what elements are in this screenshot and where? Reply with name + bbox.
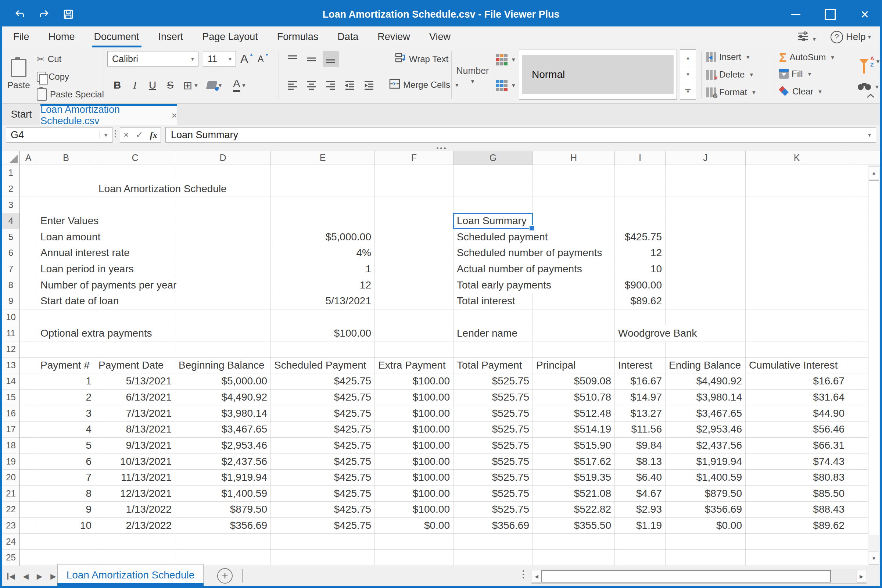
- cell-J25[interactable]: [666, 550, 746, 566]
- cell-D23[interactable]: $356.69: [175, 518, 271, 534]
- cell-E15[interactable]: $425.75: [271, 390, 375, 406]
- cell-I20[interactable]: $6.40: [615, 470, 666, 486]
- font-family-select[interactable]: Calibri▾: [107, 51, 198, 66]
- cell-E20[interactable]: $425.75: [271, 470, 375, 486]
- cell-J24[interactable]: [666, 534, 746, 550]
- scroll-up-icon[interactable]: ▲: [869, 166, 879, 179]
- cell-D10[interactable]: [175, 309, 271, 326]
- cell-K23[interactable]: $89.62: [746, 518, 848, 534]
- cell-B1[interactable]: [37, 165, 95, 181]
- cell-F4[interactable]: [375, 213, 453, 230]
- name-box[interactable]: G4 ▾: [6, 127, 112, 142]
- cell-F2[interactable]: [375, 181, 453, 197]
- cell-E19[interactable]: $425.75: [271, 453, 375, 470]
- cell-A13[interactable]: [20, 358, 37, 374]
- first-sheet-icon[interactable]: ◀: [8, 572, 15, 580]
- font-color-button[interactable]: A▾: [227, 77, 251, 94]
- cell-I19[interactable]: $8.13: [615, 453, 666, 470]
- row-header-13[interactable]: 13: [2, 358, 20, 374]
- cell-B2[interactable]: [37, 181, 95, 197]
- cell-J21[interactable]: $879.50: [666, 486, 746, 502]
- bold-button[interactable]: B: [109, 77, 126, 94]
- cell-G14[interactable]: $525.75: [453, 374, 533, 390]
- cell-J15[interactable]: $3,980.14: [666, 390, 746, 406]
- scroll-left-icon[interactable]: ◀: [532, 570, 542, 582]
- cell-C4[interactable]: [95, 213, 175, 230]
- cell-H2[interactable]: [533, 181, 615, 197]
- cell-B15[interactable]: 2: [37, 390, 95, 406]
- cell-D19[interactable]: $2,437.56: [175, 453, 271, 470]
- cell-J9[interactable]: [666, 293, 746, 309]
- cell-E5[interactable]: $5,000.00: [271, 230, 375, 246]
- cell-C22[interactable]: 1/13/2022: [95, 502, 175, 518]
- cell-B7[interactable]: Loan period in years: [37, 261, 95, 278]
- cell-A9[interactable]: [20, 293, 37, 309]
- cell-C1[interactable]: [95, 165, 175, 181]
- cell-J13[interactable]: Ending Balance: [666, 358, 746, 374]
- cell-E16[interactable]: $425.75: [271, 405, 375, 422]
- row-header-8[interactable]: 8: [2, 277, 20, 293]
- cell-H18[interactable]: $515.90: [533, 438, 615, 454]
- cell-G18[interactable]: $525.75: [453, 438, 533, 454]
- column-header-I[interactable]: I: [615, 151, 666, 165]
- decrease-indent-icon[interactable]: [342, 77, 358, 93]
- cell-H4[interactable]: [533, 213, 615, 230]
- cell-C10[interactable]: [95, 309, 175, 326]
- cell-G24[interactable]: [453, 534, 533, 550]
- menu-page-layout[interactable]: Page Layout: [197, 27, 263, 47]
- font-size-select[interactable]: 11▾: [203, 51, 236, 66]
- cell-D6[interactable]: [175, 245, 271, 261]
- cell-A21[interactable]: [20, 486, 37, 502]
- column-header-C[interactable]: C: [95, 151, 175, 165]
- formula-bar-resize-handle[interactable]: [2, 145, 880, 151]
- cell-A8[interactable]: [20, 277, 37, 293]
- cell-I17[interactable]: $11.56: [615, 422, 666, 438]
- conditional-formatting-button[interactable]: ▾: [496, 54, 515, 65]
- sheet-tab-active[interactable]: Loan Amortization Schedule: [57, 564, 204, 585]
- cell-K22[interactable]: $88.43: [746, 502, 848, 518]
- menu-view[interactable]: View: [424, 27, 456, 47]
- cell-H24[interactable]: [533, 534, 615, 550]
- cell-B3[interactable]: [37, 197, 95, 213]
- cell-F19[interactable]: $100.00: [375, 453, 453, 470]
- cell-G6[interactable]: Scheduled number of payments: [453, 245, 533, 261]
- cell-B6[interactable]: Annual interest rate: [37, 245, 95, 261]
- row-header-14[interactable]: 14: [2, 374, 20, 390]
- cell-D21[interactable]: $1,400.59: [175, 486, 271, 502]
- row-header-17[interactable]: 17: [2, 422, 20, 438]
- undo-icon[interactable]: [12, 7, 27, 22]
- confirm-entry-icon[interactable]: ✓: [136, 130, 143, 140]
- cell-C14[interactable]: 5/13/2021: [95, 374, 175, 390]
- cell-A5[interactable]: [20, 230, 37, 246]
- cell-styles-gallery[interactable]: Normal: [519, 50, 677, 100]
- cell-B17[interactable]: 4: [37, 422, 95, 438]
- cell-I13[interactable]: Interest: [615, 358, 666, 374]
- cell-E9[interactable]: 5/13/2021: [271, 293, 375, 309]
- cell-B8[interactable]: Number of payments per year: [37, 277, 95, 293]
- cell-D13[interactable]: Beginning Balance: [175, 358, 271, 374]
- align-center-icon[interactable]: [303, 77, 320, 93]
- cell-B21[interactable]: 8: [37, 486, 95, 502]
- cell-K15[interactable]: $31.64: [746, 390, 848, 406]
- row-header-4[interactable]: 4: [2, 213, 20, 230]
- cell-G21[interactable]: $525.75: [453, 486, 533, 502]
- cell-C16[interactable]: 7/13/2021: [95, 405, 175, 422]
- cell-B11[interactable]: Optional extra payments: [37, 325, 95, 341]
- cell-D8[interactable]: [175, 277, 271, 293]
- decrease-font-icon[interactable]: A▾: [258, 54, 264, 64]
- cell-F20[interactable]: $100.00: [375, 470, 453, 486]
- menu-data[interactable]: Data: [332, 27, 363, 47]
- cell-F14[interactable]: $100.00: [375, 374, 453, 390]
- cell-D25[interactable]: [175, 550, 271, 566]
- cell-E22[interactable]: $425.75: [271, 502, 375, 518]
- cell-I25[interactable]: [615, 550, 666, 566]
- cell-C18[interactable]: 9/13/2021: [95, 438, 175, 454]
- row-header-3[interactable]: 3: [2, 197, 20, 213]
- scroll-right-icon[interactable]: ▶: [856, 570, 866, 582]
- align-middle-icon[interactable]: [303, 51, 320, 67]
- cell-A17[interactable]: [20, 422, 37, 438]
- cell-E11[interactable]: $100.00: [271, 325, 375, 341]
- cell-D5[interactable]: [175, 230, 271, 246]
- cell-D15[interactable]: $4,490.92: [175, 390, 271, 406]
- merge-cells-button[interactable]: Merge Cells▾: [389, 79, 459, 91]
